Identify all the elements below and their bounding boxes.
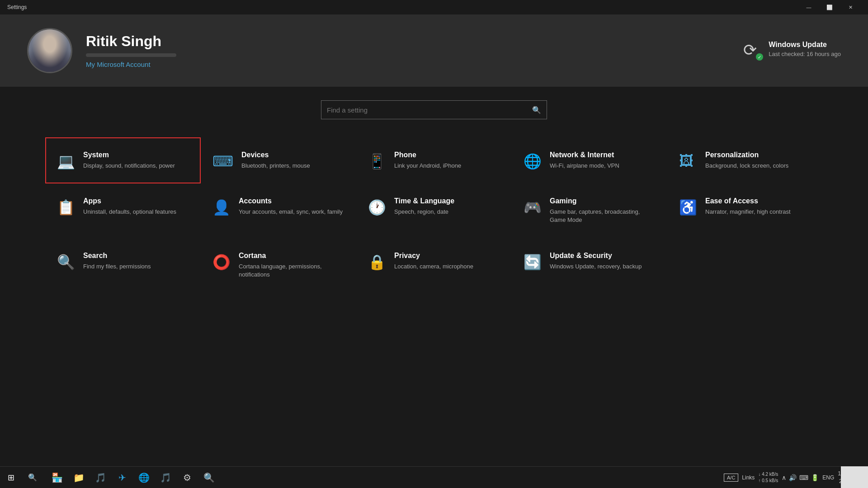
setting-desc-search: Find my files, permissions	[83, 263, 151, 271]
setting-icon-network: 🌐	[524, 153, 542, 170]
setting-item-update[interactable]: 🔄 Update & Security Windows Update, reco…	[512, 238, 667, 292]
profile-name: Ritik Singh	[86, 33, 176, 50]
search-input[interactable]	[327, 106, 532, 114]
setting-item-gaming[interactable]: 🎮 Gaming Game bar, captures, broadcastin…	[512, 183, 667, 238]
setting-item-devices[interactable]: ⌨ Devices Bluetooth, printers, mouse	[201, 137, 356, 183]
setting-title-search: Search	[83, 252, 151, 260]
title-bar: Settings — ⬜ ✕	[0, 0, 868, 14]
setting-title-time: Time & Language	[394, 197, 454, 205]
setting-icon-cortana: ⭕	[212, 253, 231, 271]
taskbar-app-itunes[interactable]: 🎵	[156, 468, 175, 488]
setting-text-personalization: Personalization Background, lock screen,…	[705, 151, 788, 170]
close-button[interactable]: ✕	[840, 0, 861, 14]
setting-item-accounts[interactable]: 👤 Accounts Your accounts, email, sync, w…	[201, 183, 356, 238]
taskbar-app-files[interactable]: 📁	[69, 468, 89, 488]
setting-desc-privacy: Location, camera, microphone	[394, 263, 473, 271]
setting-text-ease: Ease of Access Narrator, magnifier, high…	[705, 197, 791, 216]
setting-text-search: Search Find my files, permissions	[83, 252, 151, 271]
ac-button[interactable]: A/C	[724, 474, 738, 482]
setting-title-phone: Phone	[394, 151, 461, 159]
setting-title-personalization: Personalization	[705, 151, 788, 159]
app-title: Settings	[7, 4, 27, 10]
setting-desc-system: Display, sound, notifications, power	[83, 162, 175, 170]
profile-bar	[86, 53, 176, 57]
setting-text-system: System Display, sound, notifications, po…	[83, 151, 175, 170]
chevron-icon[interactable]: ∧	[782, 474, 786, 481]
start-button[interactable]: ⊞	[0, 467, 22, 488]
maximize-button[interactable]: ⬜	[819, 0, 840, 14]
setting-text-devices: Devices Bluetooth, printers, mouse	[241, 151, 310, 170]
update-title: Windows Update	[769, 41, 841, 49]
setting-title-accounts: Accounts	[239, 197, 343, 205]
taskbar-app-settings[interactable]: ⚙	[177, 468, 197, 488]
setting-icon-gaming: 🎮	[524, 199, 542, 216]
keyboard-icon: ⌨	[799, 474, 808, 481]
update-status: Last checked: 16 hours ago	[769, 51, 841, 57]
setting-icon-apps: 📋	[57, 199, 75, 216]
setting-item-privacy[interactable]: 🔒 Privacy Location, camera, microphone	[356, 238, 512, 292]
setting-desc-devices: Bluetooth, printers, mouse	[241, 162, 310, 170]
setting-text-phone: Phone Link your Android, iPhone	[394, 151, 461, 170]
up-speed: ↑ 0.5 kB/s	[758, 478, 778, 484]
taskbar-app-search2[interactable]: 🔍	[199, 468, 219, 488]
setting-text-gaming: Gaming Game bar, captures, broadcasting,…	[550, 197, 656, 224]
setting-title-privacy: Privacy	[394, 252, 473, 260]
setting-icon-time: 🕐	[368, 199, 386, 216]
setting-text-apps: Apps Uninstall, defaults, optional featu…	[83, 197, 176, 216]
links-label: Links	[742, 474, 755, 481]
setting-icon-system: 💻	[57, 153, 75, 170]
setting-item-time[interactable]: 🕐 Time & Language Speech, region, date	[356, 183, 512, 238]
setting-item-apps[interactable]: 📋 Apps Uninstall, defaults, optional fea…	[45, 183, 201, 238]
setting-title-network: Network & Internet	[550, 151, 619, 159]
battery-icon: 🔋	[811, 474, 819, 481]
setting-desc-gaming: Game bar, captures, broadcasting, Game M…	[550, 208, 656, 224]
setting-title-apps: Apps	[83, 197, 176, 205]
setting-item-cortana[interactable]: ⭕ Cortana Cortana language, permissions,…	[201, 238, 356, 292]
setting-item-search[interactable]: 🔍 Search Find my files, permissions	[45, 238, 201, 292]
setting-text-accounts: Accounts Your accounts, email, sync, wor…	[239, 197, 343, 216]
setting-icon-accounts: 👤	[212, 199, 231, 216]
search-bar: 🔍	[321, 100, 547, 119]
setting-icon-devices: ⌨	[212, 153, 233, 170]
taskbar-app-edge[interactable]: 🌐	[134, 468, 154, 488]
taskbar-apps: 🏪📁🎵✈🌐🎵⚙🔍	[43, 468, 222, 488]
setting-desc-apps: Uninstall, defaults, optional features	[83, 208, 176, 216]
setting-title-system: System	[83, 151, 175, 159]
setting-title-cortana: Cortana	[239, 252, 344, 260]
taskbar-app-telegram[interactable]: ✈	[112, 468, 132, 488]
setting-desc-network: Wi-Fi, airplane mode, VPN	[550, 162, 619, 170]
taskbar-app-msstore[interactable]: 🏪	[47, 468, 67, 488]
setting-title-ease: Ease of Access	[705, 197, 791, 205]
setting-desc-personalization: Background, lock screen, colors	[705, 162, 788, 170]
setting-icon-ease: ♿	[679, 199, 697, 216]
profile-section: Ritik Singh My Microsoft Account ⟳ ✓ Win…	[0, 14, 868, 87]
setting-text-time: Time & Language Speech, region, date	[394, 197, 454, 216]
taskbar-search-button[interactable]: 🔍	[22, 467, 43, 488]
setting-item-phone[interactable]: 📱 Phone Link your Android, iPhone	[356, 137, 512, 183]
setting-text-network: Network & Internet Wi-Fi, airplane mode,…	[550, 151, 619, 170]
show-desktop-button[interactable]	[841, 466, 868, 488]
setting-item-system[interactable]: 💻 System Display, sound, notifications, …	[45, 137, 201, 183]
taskbar: ⊞ 🔍 🏪📁🎵✈🌐🎵⚙🔍 A/C Links ↓ 4.2 kB/s ↑ 0.5 …	[0, 466, 868, 488]
update-icon: ⟳	[743, 41, 757, 59]
setting-title-update: Update & Security	[550, 252, 642, 260]
minimize-button[interactable]: —	[798, 0, 819, 14]
setting-title-devices: Devices	[241, 151, 310, 159]
update-icon-wrap: ⟳ ✓	[743, 41, 763, 61]
search-container: 🔍	[45, 100, 823, 119]
setting-desc-time: Speech, region, date	[394, 208, 454, 216]
setting-text-update: Update & Security Windows Update, recove…	[550, 252, 642, 271]
taskbar-app-spotify[interactable]: 🎵	[90, 468, 110, 488]
setting-item-ease[interactable]: ♿ Ease of Access Narrator, magnifier, hi…	[667, 183, 823, 238]
microsoft-account-link[interactable]: My Microsoft Account	[86, 61, 151, 68]
setting-icon-search: 🔍	[57, 253, 75, 271]
setting-desc-phone: Link your Android, iPhone	[394, 162, 461, 170]
windows-update-section: ⟳ ✓ Windows Update Last checked: 16 hour…	[743, 41, 841, 61]
setting-item-personalization[interactable]: 🖼 Personalization Background, lock scree…	[667, 137, 823, 183]
setting-text-cortana: Cortana Cortana language, permissions, n…	[239, 252, 344, 279]
setting-item-network[interactable]: 🌐 Network & Internet Wi-Fi, airplane mod…	[512, 137, 667, 183]
taskbar-system-icons: ∧ 🔊 ⌨ 🔋	[782, 474, 819, 481]
speaker-icon[interactable]: 🔊	[789, 474, 797, 481]
window-controls: — ⬜ ✕	[798, 0, 861, 14]
update-text: Windows Update Last checked: 16 hours ag…	[769, 41, 841, 57]
